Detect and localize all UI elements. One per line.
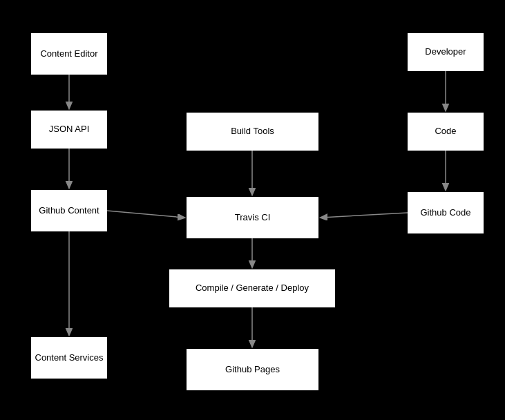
svg-line-10 xyxy=(321,213,408,218)
compile-deploy-box: Compile / Generate / Deploy xyxy=(169,269,335,307)
github-content-box: Github Content xyxy=(31,190,107,231)
diagram: Content Editor JSON API Github Content C… xyxy=(0,0,505,420)
github-pages-box: Github Pages xyxy=(187,349,318,390)
code-box: Code xyxy=(408,113,484,151)
developer-box: Developer xyxy=(408,33,484,71)
content-editor-box: Content Editor xyxy=(31,33,107,75)
travis-ci-box: Travis CI xyxy=(187,197,318,238)
svg-line-4 xyxy=(107,211,184,218)
build-tools-box: Build Tools xyxy=(187,113,318,151)
content-services-box: Content Services xyxy=(31,337,107,379)
github-code-box: Github Code xyxy=(408,192,484,233)
json-api-box: JSON API xyxy=(31,111,107,149)
